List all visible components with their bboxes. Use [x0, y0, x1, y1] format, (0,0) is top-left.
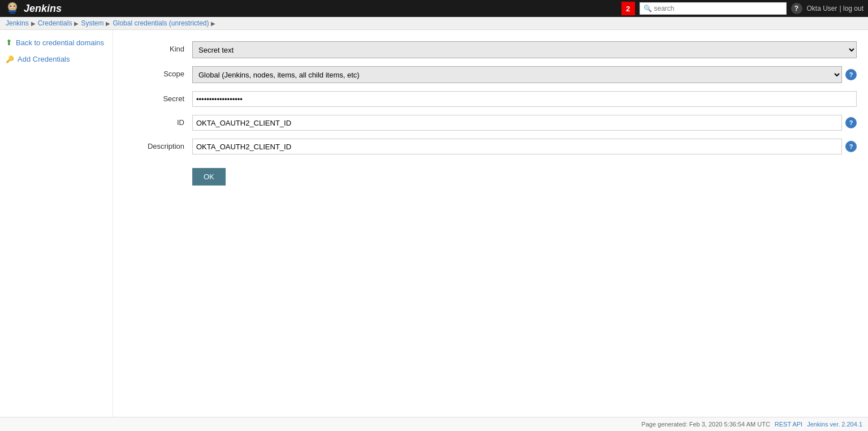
- kind-row: Kind Secret text: [124, 41, 857, 58]
- footer-version[interactable]: Jenkins ver. 2.204.1: [807, 421, 862, 428]
- user-info: Okta User | log out: [807, 5, 864, 12]
- breadcrumb: Jenkins ▶ Credentials ▶ System ▶ Global …: [0, 17, 868, 30]
- breadcrumb-sep-3: ▶: [106, 20, 110, 27]
- breadcrumb-system[interactable]: System: [81, 19, 103, 27]
- scope-select[interactable]: Global (Jenkins, nodes, items, all child…: [192, 66, 842, 83]
- id-input[interactable]: [192, 115, 842, 131]
- secret-input[interactable]: [192, 91, 857, 107]
- scope-inner: Global (Jenkins, nodes, items, all child…: [192, 66, 857, 83]
- main-layout: ⬆ Back to credential domains 🔑 Add Crede…: [0, 30, 868, 420]
- ok-button[interactable]: OK: [192, 168, 226, 186]
- breadcrumb-jenkins[interactable]: Jenkins: [6, 19, 29, 27]
- description-row: Description ?: [124, 139, 857, 154]
- header-right: 2 🔍 ? Okta User | log out: [621, 2, 864, 15]
- logout-link[interactable]: | log out: [840, 5, 863, 12]
- breadcrumb-sep-2: ▶: [74, 20, 79, 27]
- content: Kind Secret text Scope Global (Jenkins, …: [113, 30, 868, 420]
- breadcrumb-global-credentials[interactable]: Global credentials (unrestricted): [113, 19, 209, 27]
- search-input[interactable]: [654, 5, 783, 12]
- description-label: Description: [124, 139, 192, 150]
- arrow-up-icon: ⬆: [6, 38, 12, 47]
- id-field: ?: [192, 115, 857, 131]
- description-help-button[interactable]: ?: [845, 141, 857, 152]
- footer: Page generated: Feb 3, 2020 5:36:54 AM U…: [0, 417, 868, 431]
- kind-field: Secret text: [192, 41, 857, 58]
- scope-help-button[interactable]: ?: [845, 69, 857, 80]
- id-label: ID: [124, 115, 192, 127]
- search-box: 🔍: [640, 2, 787, 15]
- ok-row: OK: [124, 162, 857, 186]
- header: Jenkins 2 🔍 ? Okta User | log out: [0, 0, 868, 17]
- sidebar-back-label: Back to credential domains: [16, 38, 104, 47]
- kind-select[interactable]: Secret text: [192, 41, 857, 58]
- sidebar-add-label: Add Credentials: [18, 55, 70, 63]
- breadcrumb-credentials[interactable]: Credentials: [38, 19, 72, 27]
- svg-point-2: [10, 6, 11, 7]
- id-help-button[interactable]: ?: [845, 117, 857, 128]
- scope-row: Scope Global (Jenkins, nodes, items, all…: [124, 66, 857, 83]
- builds-badge[interactable]: 2: [621, 2, 635, 15]
- secret-row: Secret: [124, 91, 857, 107]
- footer-generated: Page generated: Feb 3, 2020 5:36:54 AM U…: [641, 421, 770, 428]
- jenkins-logo: [5, 1, 20, 16]
- secret-field: [192, 91, 857, 107]
- sidebar-back-to-domains[interactable]: ⬆ Back to credential domains: [5, 36, 108, 49]
- secret-label: Secret: [124, 91, 192, 103]
- description-field: ?: [192, 139, 857, 154]
- breadcrumb-sep-1: ▶: [31, 20, 36, 27]
- id-row: ID ?: [124, 115, 857, 131]
- search-icon: 🔍: [644, 5, 652, 12]
- help-icon[interactable]: ?: [791, 3, 802, 14]
- sidebar: ⬆ Back to credential domains 🔑 Add Crede…: [0, 30, 113, 420]
- footer-rest-api[interactable]: REST API: [775, 421, 802, 428]
- description-input[interactable]: [192, 139, 842, 154]
- svg-point-3: [14, 6, 15, 7]
- sidebar-add-credentials[interactable]: 🔑 Add Credentials: [5, 53, 108, 66]
- key-icon: 🔑: [6, 55, 14, 63]
- scope-label: Scope: [124, 66, 192, 78]
- svg-rect-5: [8, 10, 16, 12]
- header-left: Jenkins: [5, 1, 62, 16]
- breadcrumb-sep-4: ▶: [211, 20, 215, 27]
- jenkins-title: Jenkins: [24, 3, 62, 15]
- kind-label: Kind: [124, 41, 192, 53]
- username: Okta User: [807, 5, 837, 12]
- scope-field: Global (Jenkins, nodes, items, all child…: [192, 66, 857, 83]
